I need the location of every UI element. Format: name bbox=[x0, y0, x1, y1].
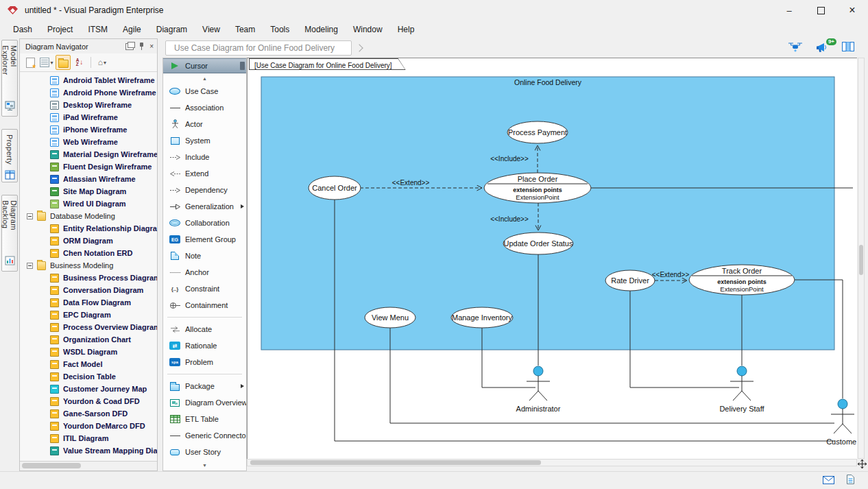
tree-item-chen-notation-erd[interactable]: Chen Notation ERD bbox=[20, 247, 157, 259]
menu-team[interactable]: Team bbox=[228, 22, 263, 37]
menu-project[interactable]: Project bbox=[40, 22, 80, 37]
usecase-track-order[interactable]: Track Order extension points ExtensionPo… bbox=[689, 265, 795, 295]
usecase-place-order[interactable]: Place Order extension points ExtensionPo… bbox=[484, 173, 591, 203]
close-button[interactable]: × bbox=[836, 0, 868, 21]
tree-item-entity-relationship-diagram[interactable]: Entity Relationship Diagram bbox=[20, 222, 157, 235]
drone-assistant-icon[interactable] bbox=[787, 41, 804, 56]
collapse-expander-icon[interactable] bbox=[27, 263, 33, 269]
palette-item-etl-table[interactable]: ETL Table bbox=[163, 411, 246, 427]
palette-item-include[interactable]: Include bbox=[163, 149, 246, 165]
palette-item-element-group[interactable]: EGElement Group bbox=[163, 231, 246, 248]
tree-item-desktop-wireframe[interactable]: Desktop Wireframe bbox=[20, 99, 157, 111]
flyout-arrow-icon[interactable] bbox=[241, 384, 244, 388]
tree-item-android-phone-wireframe[interactable]: Android Phone Wireframe bbox=[20, 86, 157, 99]
palette-item-anchor[interactable]: Anchor bbox=[163, 264, 246, 281]
maximize-button[interactable] bbox=[805, 0, 836, 21]
tree-item-yourdon-demarco-dfd[interactable]: Yourdon DeMarco DFD bbox=[20, 420, 157, 432]
float-window-icon[interactable] bbox=[125, 43, 134, 50]
tree-item-data-flow-diagram[interactable]: Data Flow Diagram bbox=[20, 296, 157, 309]
pin-icon[interactable] bbox=[138, 43, 145, 50]
pan-tool-icon[interactable] bbox=[857, 459, 867, 468]
minimize-button[interactable]: – bbox=[773, 0, 805, 21]
close-panel-icon[interactable]: × bbox=[149, 43, 154, 50]
view-options-button[interactable]: ▾ bbox=[39, 55, 54, 70]
palette-item-problem[interactable]: spaProblem bbox=[163, 354, 246, 370]
tree-item-gane-sarson-dfd[interactable]: Gane-Sarson DFD bbox=[20, 407, 157, 420]
tree-item-process-overview-diagram[interactable]: Process Overview Diagram bbox=[20, 321, 157, 333]
tree-item-material-design-wireframe[interactable]: Material Design Wireframe bbox=[20, 148, 157, 160]
tree-item-wsdl-diagram[interactable]: WSDL Diagram bbox=[20, 346, 157, 358]
tree-item-epc-diagram[interactable]: EPC Diagram bbox=[20, 309, 157, 321]
layout-panes-icon[interactable] bbox=[842, 42, 854, 54]
tree-item-fact-model[interactable]: Fact Model bbox=[20, 358, 157, 370]
navigate-home-button[interactable]: ⌂▾ bbox=[95, 55, 110, 70]
menu-dash[interactable]: Dash bbox=[5, 22, 40, 37]
scrollbar-thumb[interactable] bbox=[22, 463, 81, 468]
menu-modeling[interactable]: Modeling bbox=[297, 22, 346, 37]
actor-delivery-staff[interactable]: Delivery Staff bbox=[719, 366, 764, 413]
tree-item-itil-diagram[interactable]: ITIL Diagram bbox=[20, 432, 157, 444]
menu-agile[interactable]: Agile bbox=[115, 22, 149, 37]
tree-item-value-stream-mapping-diagram[interactable]: Value Stream Mapping Diagram bbox=[20, 444, 157, 457]
scrollbar-thumb[interactable] bbox=[250, 460, 541, 465]
side-tab-property[interactable]: Property bbox=[1, 129, 18, 182]
palette-item-constraint[interactable]: {..}Constraint bbox=[163, 281, 246, 297]
tree-item-orm-diagram[interactable]: ORM Diagram bbox=[20, 235, 157, 247]
tree-item-fluent-design-wireframe[interactable]: Fluent Design Wireframe bbox=[20, 160, 157, 173]
palette-item-extend[interactable]: Extend bbox=[163, 165, 246, 182]
use-case-diagram[interactable]: Online Food Delivery <<Include>> <<Inclu… bbox=[248, 69, 856, 459]
announcements-button[interactable]: 9+ bbox=[816, 43, 830, 53]
palette-item-rationale[interactable]: ⇄Rationale bbox=[163, 337, 246, 354]
menu-help[interactable]: Help bbox=[390, 22, 422, 37]
system-boundary[interactable] bbox=[261, 77, 834, 350]
palette-item-dependency[interactable]: Dependency bbox=[163, 182, 246, 198]
vertical-scrollbar[interactable] bbox=[858, 58, 865, 459]
palette-item-association[interactable]: Association bbox=[163, 99, 246, 116]
new-diagram-button[interactable] bbox=[23, 55, 38, 70]
tree-item-conversation-diagram[interactable]: Conversation Diagram bbox=[20, 284, 157, 296]
tree-item-business-process-diagram[interactable]: Business Process Diagram bbox=[20, 272, 157, 284]
tree-item-ipad-wireframe[interactable]: iPad Wireframe bbox=[20, 111, 157, 123]
tree-item-iphone-wireframe[interactable]: iPhone Wireframe bbox=[20, 123, 157, 136]
document-log-icon[interactable] bbox=[847, 475, 854, 487]
side-tab-model-explorer[interactable]: Model Explorer bbox=[1, 40, 18, 117]
palette-item-package[interactable]: Package bbox=[163, 378, 246, 394]
palette-item-allocate[interactable]: Allocate bbox=[163, 321, 246, 337]
actor-administrator[interactable]: Administrator bbox=[516, 366, 561, 413]
tree-item-customer-journey-map[interactable]: Customer Journey Map bbox=[20, 383, 157, 395]
group-by-folder-button[interactable] bbox=[56, 55, 71, 70]
usecase-cancel-order[interactable]: Cancel Order bbox=[309, 176, 361, 200]
palette-item-note[interactable]: Note bbox=[163, 248, 246, 264]
scrollbar-thumb[interactable] bbox=[859, 245, 863, 275]
palette-item-user-story[interactable]: User Story bbox=[163, 444, 246, 460]
tree-item-android-tablet-wireframe[interactable]: Android Tablet Wireframe bbox=[20, 74, 157, 86]
menu-view[interactable]: View bbox=[195, 22, 228, 37]
usecase-view-menu[interactable]: View Menu bbox=[365, 307, 415, 328]
usecase-process-payment[interactable]: Process Payment bbox=[507, 121, 568, 143]
message-icon[interactable] bbox=[823, 475, 834, 487]
palette-item-containment[interactable]: Containment bbox=[163, 297, 246, 313]
sort-button[interactable]: AZ ↓ bbox=[72, 55, 87, 70]
breadcrumb[interactable]: Use Case Diagram for Online Food Deliver… bbox=[165, 40, 352, 56]
menu-window[interactable]: Window bbox=[346, 22, 390, 37]
menu-diagram[interactable]: Diagram bbox=[149, 22, 195, 37]
usecase-update-order-status[interactable]: Update Order Status bbox=[503, 232, 573, 254]
palette-item-generalization[interactable]: Generalization bbox=[163, 198, 246, 215]
diagram-tab[interactable]: [Use Case Diagram for Online Food Delive… bbox=[249, 58, 406, 70]
tree-item-wired-ui-diagram[interactable]: Wired UI Diagram bbox=[20, 198, 157, 210]
side-tab-diagram-backlog[interactable]: Diagram Backlog bbox=[1, 195, 18, 272]
palette-item-diagram-overview[interactable]: Diagram Overview bbox=[163, 394, 246, 411]
palette-item-generic-connector[interactable]: Generic Connector bbox=[163, 427, 246, 444]
palette-item-system[interactable]: System bbox=[163, 132, 246, 149]
collapse-expander-icon[interactable] bbox=[27, 213, 33, 219]
menu-itsm[interactable]: ITSM bbox=[80, 22, 115, 37]
tree-item-business-modeling[interactable]: Business Modeling bbox=[20, 259, 157, 272]
horizontal-scrollbar[interactable] bbox=[247, 459, 857, 466]
tree-item-organization-chart[interactable]: Organization Chart bbox=[20, 333, 157, 346]
palette-item-cursor[interactable]: Cursor bbox=[163, 58, 246, 73]
usecase-rate-driver[interactable]: Rate Driver bbox=[605, 270, 655, 291]
palette-item-actor[interactable]: Actor bbox=[163, 116, 246, 132]
tree-item-decision-table[interactable]: Decision Table bbox=[20, 370, 157, 383]
tree-item-database-modeling[interactable]: Database Modeling bbox=[20, 210, 157, 222]
palette-item-collaboration[interactable]: Collaboration bbox=[163, 215, 246, 231]
